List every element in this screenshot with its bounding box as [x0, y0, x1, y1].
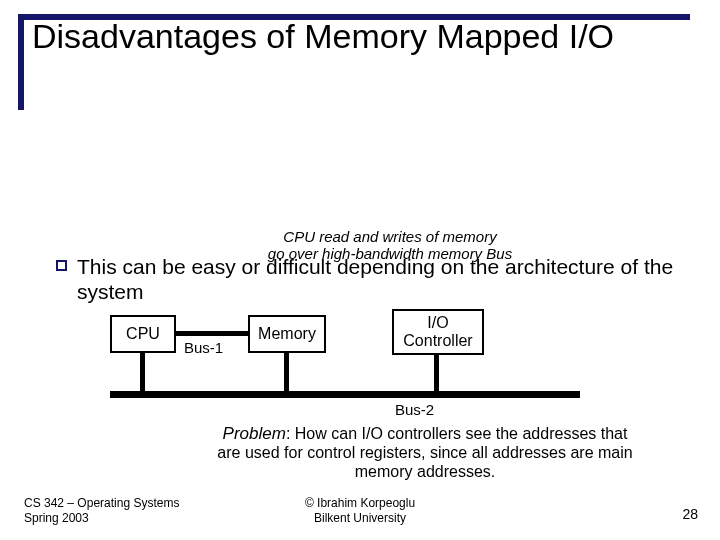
io-controller-box: I/O Controller — [392, 309, 484, 355]
cpu-box: CPU — [110, 315, 176, 353]
problem-text: Problem: How can I/O controllers see the… — [210, 424, 640, 481]
footer-center-line2: Bilkent University — [314, 511, 406, 525]
footer-center-line1: © Ibrahim Korpeoglu — [305, 496, 415, 510]
bus1-connector — [176, 331, 248, 336]
footer-center: © Ibrahim Korpeoglu Bilkent University — [0, 496, 720, 526]
cpu-stub — [140, 353, 145, 391]
bus2-connector — [110, 391, 580, 398]
bus1-label: Bus-1 — [184, 339, 223, 356]
slide-title: Disadvantages of Memory Mapped I/O — [32, 16, 672, 56]
slide: Disadvantages of Memory Mapped I/O CPU r… — [0, 0, 720, 540]
memory-stub — [284, 353, 289, 391]
memory-box: Memory — [248, 315, 326, 353]
page-number: 28 — [682, 506, 698, 522]
bullet-text: This can be easy or difficult depending … — [77, 254, 676, 304]
square-bullet-icon — [56, 260, 67, 271]
bus-caption-line1: CPU read and writes of memory — [283, 228, 496, 245]
bullet-item: This can be easy or difficult depending … — [56, 254, 676, 304]
bus2-label: Bus-2 — [395, 401, 434, 418]
problem-lead: Problem — [223, 424, 286, 443]
io-stub — [434, 355, 439, 391]
bus-diagram: CPU Memory I/O Controller Bus-1 Bus-2 — [110, 315, 590, 435]
